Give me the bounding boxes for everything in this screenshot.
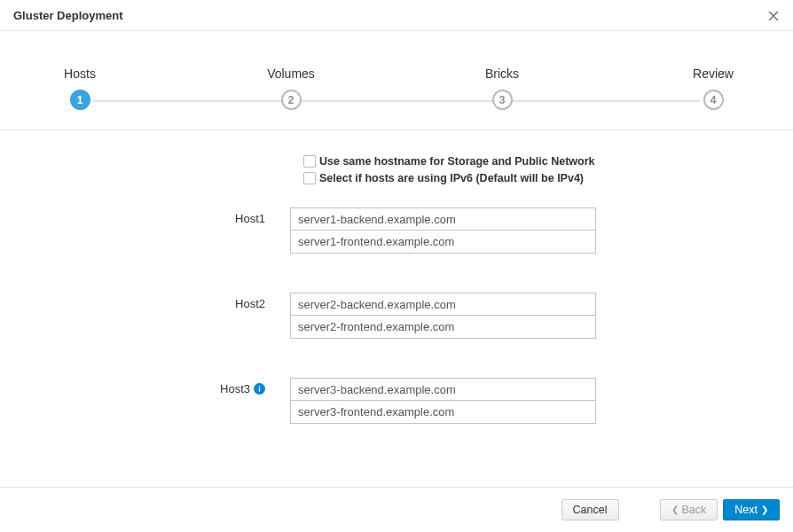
modal-footer: Cancel ❮ Back Next ❯ [0, 488, 793, 532]
step-hosts[interactable]: Hosts 1 [53, 66, 106, 110]
back-button-label: Back [682, 504, 707, 516]
step-volumes[interactable]: Volumes 2 [264, 66, 318, 110]
modal-header: Gluster Deployment [0, 0, 793, 31]
host2-backend-input[interactable] [290, 293, 596, 316]
same-hostname-label: Use same hostname for Storage and Public… [319, 155, 595, 168]
modal-title: Gluster Deployment [13, 9, 123, 22]
step-number: 3 [492, 90, 513, 110]
chevron-right-icon: ❯ [761, 505, 768, 514]
cancel-button[interactable]: Cancel [561, 499, 619, 520]
ipv6-checkbox[interactable] [303, 172, 316, 184]
same-hostname-checkbox[interactable] [303, 155, 316, 168]
host1-label: Host1 [86, 207, 290, 225]
step-bricks[interactable]: Bricks 3 [475, 66, 529, 110]
host3-label: Host3 i [86, 378, 290, 395]
modal-body: Hosts 1 Volumes 2 Bricks 3 Review 4 [0, 31, 793, 488]
step-label: Hosts [64, 66, 96, 81]
close-button[interactable] [767, 10, 780, 22]
host1-frontend-input[interactable] [290, 231, 596, 254]
host-form: Use same hostname for Storage and Public… [0, 130, 793, 450]
step-label: Review [693, 66, 734, 81]
host3-backend-input[interactable] [290, 378, 596, 401]
close-icon [767, 10, 780, 22]
back-button[interactable]: ❮ Back [660, 499, 718, 520]
step-label: Volumes [267, 66, 315, 81]
ipv6-label: Select if hosts are using IPv6 (Default … [319, 172, 584, 184]
step-number: 2 [281, 90, 302, 110]
host2-frontend-input[interactable] [290, 316, 596, 339]
info-icon[interactable]: i [254, 383, 265, 395]
step-review[interactable]: Review 4 [687, 66, 740, 110]
host3-frontend-input[interactable] [290, 401, 596, 424]
step-number: 1 [70, 90, 90, 110]
host2-label: Host2 [86, 293, 290, 310]
step-number: 4 [703, 90, 724, 110]
chevron-left-icon: ❮ [671, 505, 679, 514]
step-label: Bricks [485, 66, 519, 81]
cancel-button-label: Cancel [573, 504, 608, 516]
next-button[interactable]: Next ❯ [723, 499, 780, 520]
next-button-label: Next [734, 504, 758, 516]
host1-backend-input[interactable] [290, 207, 596, 231]
wizard-steps: Hosts 1 Volumes 2 Bricks 3 Review 4 [0, 31, 793, 130]
